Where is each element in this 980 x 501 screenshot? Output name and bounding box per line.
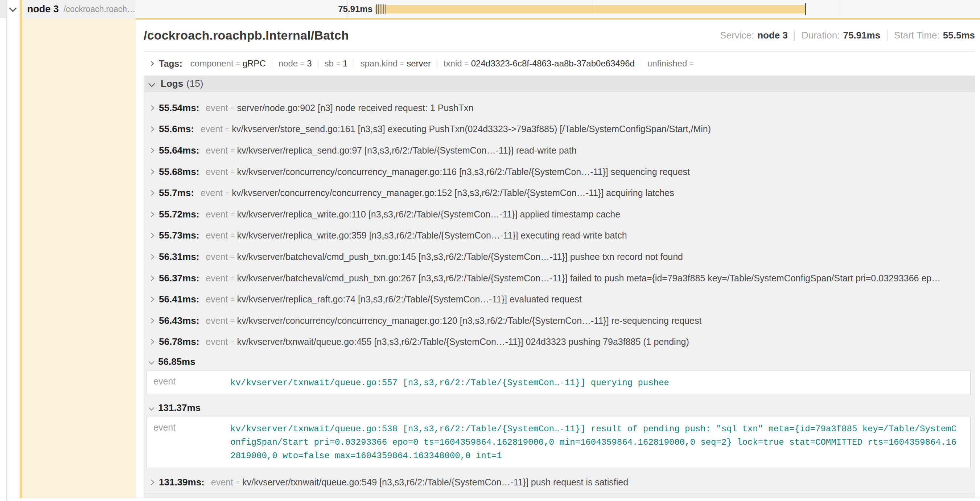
log-field-key: event	[206, 145, 228, 156]
log-field-value: kv/kvserver/replica_write.go:110 [n3,s3,…	[237, 209, 620, 220]
log-row[interactable]: 131.39ms: event = kv/kvserver/txnwait/qu…	[144, 472, 975, 493]
chevron-right-icon	[149, 339, 154, 345]
tag-key: component	[191, 59, 234, 69]
log-field-key: event	[206, 337, 228, 347]
chevron-down-icon	[149, 359, 154, 364]
span-name-tab[interactable]: node 3 /cockroach.roach…	[22, 0, 135, 18]
log-row[interactable]: 55.54ms: event = server/node.go:902 [n3]…	[144, 97, 975, 119]
log-field-value: kv/kvserver/concurrency/concurrency_mana…	[237, 316, 702, 326]
chevron-down-icon	[9, 4, 17, 12]
service-label: Service:	[720, 30, 754, 41]
stat-separator	[887, 30, 888, 41]
duration-value: 75.91ms	[843, 30, 880, 41]
log-field-value: kv/kvserver/concurrency/concurrency_mana…	[237, 167, 690, 177]
log-row[interactable]: 56.43ms: event = kv/kvserver/concurrency…	[144, 310, 975, 332]
log-row[interactable]: 55.73ms: event = kv/kvserver/replica_wri…	[144, 225, 975, 247]
tag-value: 024d3323-6c8f-4863-aa8b-37ab0e63496d	[471, 59, 635, 69]
expanded-log-table: event kv/kvserver/txnwait/queue.go:538 […	[146, 417, 970, 468]
log-timestamp: 131.39ms:	[159, 477, 205, 488]
start-time-label: Start Time:	[894, 30, 940, 41]
log-timestamp: 55.72ms:	[159, 209, 199, 220]
expanded-log-header[interactable]: 131.37ms	[144, 399, 975, 417]
log-row[interactable]: 55.72ms: event = kv/kvserver/replica_wri…	[144, 204, 975, 225]
expanded-log-table: event kv/kvserver/txnwait/queue.go:557 […	[146, 371, 970, 395]
log-row[interactable]: 56.78ms: event = kv/kvserver/txnwait/que…	[144, 332, 975, 353]
stat-separator	[794, 30, 795, 41]
tag-item: sb = 1	[325, 59, 348, 69]
span-service-name: node 3	[27, 4, 59, 15]
log-timestamp: 55.73ms:	[159, 230, 199, 241]
log-field-key: event	[200, 124, 223, 134]
log-row[interactable]: 56.31ms: event = kv/kvserver/batcheval/c…	[144, 246, 975, 268]
chevron-right-icon	[149, 126, 154, 132]
log-field-value: kv/kvserver/concurrency/concurrency_mana…	[232, 188, 674, 198]
span-bar[interactable]	[375, 5, 806, 13]
equals-sign: =	[400, 59, 404, 67]
tag-item: txnid = 024d3323-6c8f-4863-aa8b-37ab0e63…	[444, 59, 635, 69]
logs-count: (15)	[186, 78, 203, 89]
chevron-right-icon	[149, 254, 154, 260]
log-field-key: event	[206, 209, 228, 220]
log-field-key: event	[206, 167, 228, 177]
span-bar-end-tick	[805, 3, 806, 15]
tag-key: span.kind	[360, 59, 398, 69]
equals-sign: =	[300, 59, 304, 67]
timeline-gridline	[839, 0, 839, 18]
duration-label: Duration:	[802, 30, 840, 41]
expanded-log-header[interactable]: 56.85ms	[144, 353, 975, 371]
log-row[interactable]: 56.41ms: event = kv/kvserver/replica_raf…	[144, 289, 975, 310]
log-row[interactable]: 56.37ms: event = kv/kvserver/batcheval/c…	[144, 268, 975, 289]
log-timestamp: 55.6ms:	[159, 123, 194, 135]
log-field-value: kv/kvserver/batcheval/cmd_push_txn.go:14…	[237, 252, 683, 262]
chevron-right-icon	[149, 61, 154, 66]
log-field-value: kv/kvserver/replica_send.go:97 [n3,s3,r6…	[237, 145, 577, 156]
log-field-value: kv/kvserver/txnwait/queue.go:549 [n3,s3,…	[242, 477, 628, 488]
tags-section-header[interactable]: Tags: component = gRPC node = 3 sb = 1 s…	[144, 51, 975, 75]
log-row[interactable]: 55.68ms: event = kv/kvserver/concurrency…	[144, 161, 975, 183]
log-field-key: event	[206, 230, 228, 241]
left-gutter	[0, 0, 6, 18]
tag-item: span.kind = server	[360, 59, 431, 69]
log-field-value: kv/kvserver/batcheval/cmd_push_txn.go:26…	[237, 273, 941, 284]
equals-sign: =	[230, 274, 234, 282]
equals-sign: =	[225, 125, 229, 133]
log-row[interactable]: 55.7ms: event = kv/kvserver/concurrency/…	[144, 182, 975, 204]
log-timestamp: 56.41ms:	[159, 294, 199, 305]
log-row[interactable]: 55.6ms: event = kv/kvserver/store_send.g…	[144, 119, 975, 140]
logs-body: 55.54ms: event = server/node.go:902 [n3]…	[144, 92, 975, 498]
chevron-right-icon	[149, 105, 154, 111]
equals-sign: =	[336, 59, 340, 67]
equals-sign: =	[230, 317, 234, 325]
log-field-key: event	[211, 477, 233, 488]
equals-sign: =	[689, 59, 694, 67]
span-detail-title: /cockroach.roachpb.Internal/Batch	[144, 28, 349, 43]
log-field-value: server/node.go:902 [n3] node received re…	[237, 103, 474, 113]
span-collapse-chevron[interactable]	[10, 5, 18, 13]
chevron-right-icon	[149, 297, 154, 302]
equals-sign: =	[465, 59, 469, 67]
tag-separator	[272, 59, 272, 68]
trace-view: node 3 /cockroach.roach… 75.91ms /cockro…	[0, 0, 980, 501]
log-field-key: event	[206, 273, 228, 284]
tag-item: unfinished =	[648, 59, 696, 69]
chevron-right-icon	[149, 169, 154, 175]
tag-key: sb	[325, 59, 334, 69]
logs-section-header[interactable]: Logs (15)	[144, 75, 975, 92]
log-timestamp: 131.37ms	[158, 402, 200, 413]
log-row[interactable]: 55.64ms: event = kv/kvserver/replica_sen…	[144, 140, 975, 161]
chevron-right-icon	[149, 318, 154, 324]
tags-label: Tags:	[159, 59, 183, 69]
chevron-right-icon	[149, 211, 154, 217]
tag-value: gRPC	[243, 59, 266, 69]
log-field-value: kv/kvserver/replica_raft.go:74 [n3,s3,r6…	[237, 294, 582, 305]
equals-sign: =	[230, 210, 234, 218]
chevron-right-icon	[149, 148, 154, 153]
start-time-value: 55.5ms	[943, 30, 975, 41]
equals-sign: =	[230, 104, 234, 112]
log-timestamp: 56.78ms:	[159, 336, 199, 348]
timeline-row: 75.91ms	[135, 0, 980, 18]
log-field-value: kv/kvserver/txnwait/queue.go:538 [n3,s3,…	[230, 422, 970, 463]
log-field-key: event	[206, 103, 228, 113]
span-bar-log-ticks	[376, 4, 385, 14]
equals-sign: =	[225, 189, 229, 197]
